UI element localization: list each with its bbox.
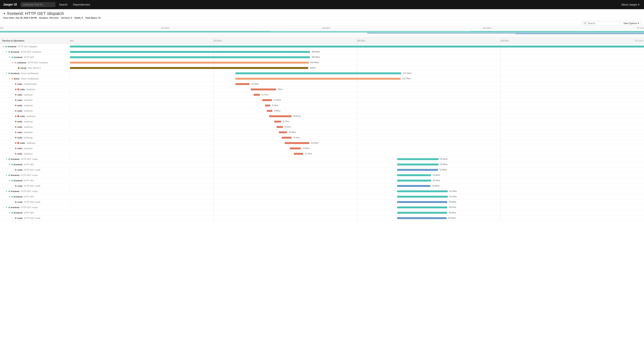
expand-button[interactable]: ▼ <box>5 51 8 53</box>
table-row[interactable]: ▼frontendHTTP GET43.44ms <box>0 178 644 183</box>
table-row[interactable]: redisFindDriverIDs18.23ms <box>0 81 644 87</box>
table-row[interactable]: routeHTTP GET /route52.08ms <box>0 167 644 173</box>
expand-button[interactable]: ▼ <box>8 56 11 58</box>
expand-button[interactable]: ▼ <box>8 212 11 214</box>
span-bar[interactable] <box>251 88 276 90</box>
table-row[interactable]: redisGetDriver10.49ms <box>0 130 644 135</box>
expand-button[interactable]: ▼ <box>5 158 8 160</box>
table-row[interactable]: ▼frontendHTTP GET: /customer305.89ms <box>0 49 644 54</box>
span-duration-label: 6.24ms <box>272 104 278 106</box>
span-bar[interactable] <box>70 45 644 47</box>
table-row[interactable]: redisGetDriver11.72ms <box>0 151 644 156</box>
span-bar[interactable] <box>397 158 438 160</box>
span-bar[interactable] <box>235 72 401 74</box>
span-bar[interactable] <box>254 94 260 96</box>
table-row[interactable]: ▼frontendHTTP GET /dispatch <box>0 44 644 49</box>
expand-button[interactable]: ▼ <box>2 45 4 47</box>
lookup-input[interactable] <box>21 2 55 7</box>
span-bar[interactable] <box>397 164 438 165</box>
span-bar[interactable] <box>262 99 272 101</box>
table-row[interactable]: routeHTTP GET /route63.39ms <box>0 215 644 221</box>
view-options-button[interactable]: View Options ▾ <box>622 21 641 26</box>
span-bar[interactable] <box>70 56 310 58</box>
table-row[interactable]: ▼frontendHTTP GET: /route63.67ms <box>0 205 644 210</box>
trace-search-input[interactable] <box>588 22 618 25</box>
span-bar[interactable] <box>282 137 292 139</box>
table-row[interactable]: ▼customerHTTP GET /customer304.48ms <box>0 60 644 65</box>
span-bar[interactable] <box>70 51 310 53</box>
table-row[interactable]: redisGetDriver6.24ms <box>0 103 644 108</box>
table-row[interactable]: ▼frontendHTTP GET: /route43.45ms <box>0 173 644 178</box>
span-bar[interactable] <box>70 67 308 69</box>
toolbar-row: ⌘ View Options ▾ <box>0 20 644 27</box>
dependencies-nav-button[interactable]: Dependencies <box>71 2 92 7</box>
table-row[interactable]: ▼frontendHTTP GET: /route52.92ms <box>0 156 644 162</box>
span-bar[interactable] <box>284 142 309 144</box>
operation-name: HTTP GET: /route <box>21 158 38 160</box>
span-bar[interactable] <box>397 185 430 187</box>
expand-button[interactable]: ▼ <box>8 77 11 80</box>
table-row[interactable]: redisGetDriver6.99ms <box>0 108 644 114</box>
span-bar[interactable] <box>397 212 447 214</box>
span-bar[interactable] <box>267 110 272 112</box>
span-bar[interactable] <box>235 78 401 80</box>
expand-button[interactable]: ▼ <box>5 206 8 208</box>
span-bar[interactable] <box>274 121 281 123</box>
span-duration-label: 28.81ms <box>293 115 300 117</box>
table-row[interactable]: redisGetDriver12.4ms <box>0 135 644 140</box>
span-bar[interactable] <box>235 83 250 85</box>
table-row[interactable]: ▼frontendHTTP GET: /route64.18ms <box>0 189 644 194</box>
table-row[interactable]: ▼frontendHTTP GET63.65ms <box>0 210 644 215</box>
table-row[interactable]: redisGetDriver8.12ms <box>0 124 644 130</box>
table-row[interactable]: routeHTTP GET /route42.48ms <box>0 183 644 189</box>
span-bar[interactable] <box>269 115 292 117</box>
table-row[interactable]: redisGetDriver14.02ms <box>0 146 644 151</box>
expand-button[interactable]: ▼ <box>5 190 8 192</box>
span-bar[interactable] <box>279 131 287 133</box>
span-bar[interactable] <box>397 180 431 182</box>
expand-button[interactable]: ▼ <box>8 179 11 182</box>
table-row[interactable]: !redisGetDriver31.63ms <box>0 140 644 146</box>
span-bar-area: 28.81ms <box>70 114 644 119</box>
table-row[interactable]: redisGetDriver8.77ms <box>0 119 644 124</box>
span-bar[interactable] <box>397 169 438 171</box>
operation-name: GetDriver <box>24 153 33 155</box>
expand-button[interactable]: ▼ <box>8 163 11 165</box>
trace-expand-icon[interactable]: ▼ <box>3 12 6 15</box>
table-row[interactable]: ▼frontendHTTP GET52.89ms <box>0 162 644 167</box>
table-row[interactable]: ▼frontendHTTP GET305.88ms <box>0 54 644 60</box>
span-label-cell: !redisGetDriver <box>0 88 70 91</box>
table-row[interactable]: ▼frontendHTTP GET64.15ms <box>0 194 644 199</box>
minimap-container[interactable]: 0ms 183.03ms 366.06ms 549.08ms 732.11ms <box>0 27 644 38</box>
span-bar[interactable] <box>294 153 303 155</box>
table-row[interactable]: redisGetDriver8.17ms <box>0 92 644 97</box>
span-bar[interactable] <box>397 196 448 198</box>
expand-button[interactable]: ▼ <box>12 61 14 63</box>
span-bar[interactable] <box>397 217 446 219</box>
operation-name: GetDriver <box>24 120 33 123</box>
table-row[interactable]: redisGetDriver12.34ms <box>0 97 644 103</box>
expand-button[interactable]: ▼ <box>8 196 11 198</box>
span-bar[interactable] <box>397 190 448 192</box>
table-row[interactable]: !redisGetDriver28.81ms <box>0 114 644 119</box>
span-bar-area: 18.23ms <box>70 81 644 86</box>
search-nav-button[interactable]: Search <box>58 2 69 7</box>
span-bar[interactable] <box>70 62 309 63</box>
table-row[interactable]: mysqlSQL SELECT304ms <box>0 65 644 71</box>
span-bar[interactable] <box>265 105 270 106</box>
timeline-guide-line <box>357 119 357 124</box>
span-bar[interactable] <box>290 147 301 149</box>
span-duration-label: 10.49ms <box>289 131 296 133</box>
span-bar[interactable] <box>276 126 283 128</box>
table-row[interactable]: ▼driverDriver::findNearest210.78ms <box>0 76 644 81</box>
table-row[interactable]: !redisGetDriver32ms <box>0 87 644 92</box>
table-row[interactable]: routeHTTP GET /route63.48ms <box>0 199 644 205</box>
about-button[interactable]: About Jaeger ▾ <box>620 2 641 7</box>
span-bar-area: 64.15ms <box>70 194 644 199</box>
expand-button[interactable]: ▼ <box>5 174 8 176</box>
span-bar[interactable] <box>397 174 431 176</box>
expand-button[interactable]: ▼ <box>5 72 8 74</box>
table-row[interactable]: ▼frontendDriver::findNearest211.15ms <box>0 71 644 76</box>
span-bar[interactable] <box>397 201 447 203</box>
span-bar[interactable] <box>397 206 447 208</box>
